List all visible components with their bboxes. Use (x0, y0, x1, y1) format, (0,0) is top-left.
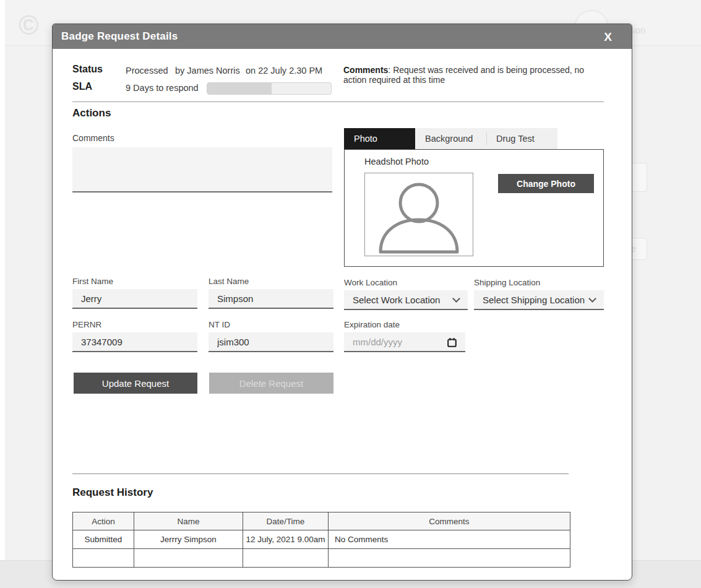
tab-background[interactable]: Background (415, 128, 486, 149)
first-name-field[interactable] (72, 289, 197, 309)
chevron-down-icon (452, 295, 460, 303)
table-row (73, 549, 570, 568)
col-header-datetime: Date/Time (243, 512, 329, 530)
headshot-photo-label: Headshot Photo (364, 157, 429, 166)
chevron-down-icon (588, 295, 596, 303)
work-location-label: Work Location (344, 278, 397, 287)
status-label: Status (72, 64, 103, 75)
calendar-icon[interactable] (447, 337, 457, 348)
work-location-value: Select Work Location (353, 295, 440, 305)
last-name-field[interactable] (209, 289, 333, 309)
nt-id-label: NT ID (209, 320, 230, 329)
photo-tab-panel: Headshot Photo Change Photo (344, 149, 604, 267)
cell-datetime (243, 549, 329, 568)
sla-progress-fill (207, 83, 272, 94)
summary-comments-label: Comments (343, 65, 388, 75)
close-icon[interactable]: X (600, 29, 616, 45)
tab-photo[interactable]: Photo (344, 128, 415, 149)
sla-progress-bar (207, 82, 332, 95)
page-left-strip (0, 0, 5, 588)
work-location-select[interactable]: Select Work Location (344, 290, 468, 310)
col-header-comments: Comments (329, 512, 570, 530)
copyright-logo-icon: © (19, 10, 38, 41)
person-icon (372, 183, 465, 256)
cell-datetime: 12 July, 2021 9.00am (243, 530, 329, 549)
modal-header: Badge Request Details X (53, 24, 632, 49)
cell-comments (329, 549, 570, 568)
cell-name (134, 549, 243, 568)
last-name-label: Last Name (209, 277, 249, 286)
divider (72, 473, 569, 474)
summary-comments: Comments: Request was received and is be… (343, 65, 590, 85)
nt-id-field[interactable] (209, 332, 333, 352)
expiration-date-label: Expiration date (344, 320, 400, 329)
actions-heading: Actions (72, 107, 111, 119)
status-by: by James Norris (175, 66, 240, 76)
shipping-location-value: Select Shipping Location (483, 295, 585, 305)
status-value: Processed (126, 66, 168, 76)
pernr-field[interactable] (72, 332, 197, 352)
col-header-name: Name (134, 512, 243, 530)
tab-drug-test[interactable]: Drug Test (486, 128, 557, 149)
first-name-label: First Name (72, 277, 113, 286)
request-history-table: Action Name Date/Time Comments Submitted… (72, 512, 570, 568)
change-photo-button[interactable]: Change Photo (498, 174, 594, 193)
badge-request-details-modal: Badge Request Details X Status Processed… (52, 24, 632, 581)
tab-bar: Photo Background Drug Test (344, 128, 557, 149)
divider (72, 102, 604, 102)
request-history-heading: Request History (72, 486, 153, 499)
delete-request-button[interactable]: Delete Request (209, 373, 333, 394)
modal-title: Badge Request Details (61, 30, 178, 43)
cell-action (73, 549, 134, 568)
cell-action: Submitted (73, 530, 134, 549)
comments-textarea[interactable] (72, 147, 332, 192)
table-row: Submitted Jerrry Simpson 12 July, 2021 9… (73, 530, 570, 549)
headshot-photo-placeholder (364, 173, 473, 256)
status-on: on 22 July 2.30 PM (246, 66, 322, 76)
shipping-location-label: Shipping Location (474, 278, 540, 287)
update-request-button[interactable]: Update Request (74, 373, 197, 394)
cell-name: Jerrry Simpson (134, 530, 243, 549)
col-header-action: Action (73, 512, 134, 530)
sla-value: 9 Days to respond (126, 83, 199, 93)
comments-field-label: Comments (72, 133, 114, 143)
pernr-label: PERNR (72, 320, 101, 329)
table-header-row: Action Name Date/Time Comments (73, 512, 570, 530)
shipping-location-select[interactable]: Select Shipping Location (474, 290, 604, 310)
cell-comments: No Comments (329, 530, 570, 549)
sla-label: SLA (72, 81, 92, 92)
